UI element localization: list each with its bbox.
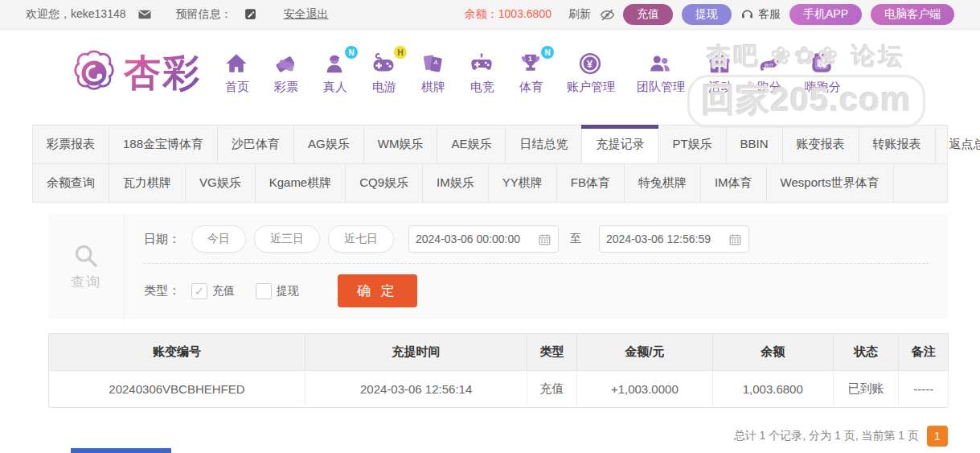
nav-item-activity[interactable]: 活动 <box>707 51 734 95</box>
svg-text:¥: ¥ <box>587 59 593 70</box>
nav-item-live[interactable]: N 真人 <box>322 51 349 95</box>
search-icon <box>72 242 100 270</box>
tab-wali-chess[interactable]: 瓦力棋牌 <box>109 164 186 202</box>
tab-lottery-report[interactable]: 彩票报表 <box>33 126 109 163</box>
date-from-input[interactable] <box>416 233 538 245</box>
welcome-text: 欢迎您，keke13148 <box>26 7 126 22</box>
nav-item-esports[interactable]: 电竞 <box>469 51 496 95</box>
haipaofen-app-icon: 嗨 <box>810 51 836 76</box>
last-7-days-button[interactable]: 近七日 <box>328 225 394 253</box>
tab-cq9[interactable]: CQ9娱乐 <box>346 164 423 202</box>
chess-cards-icon: A <box>420 51 446 76</box>
calendar-icon[interactable] <box>728 233 742 246</box>
balance-value: 1003.6800 <box>498 7 552 20</box>
tab-kgame-chess[interactable]: Kgame棋牌 <box>256 164 346 202</box>
tab-pt[interactable]: PT娱乐 <box>658 126 726 163</box>
table-header-row: 账变编号 充提时间 类型 金额/元 余额 状态 备注 <box>49 334 949 371</box>
site-logo[interactable]: 杏彩 <box>69 48 201 98</box>
query-label-block: 查询 <box>48 214 125 319</box>
col-header-status: 状态 <box>833 334 899 371</box>
tab-saba-sports[interactable]: 沙巴体育 <box>218 126 294 163</box>
tab-transfer-report[interactable]: 转账报表 <box>859 126 936 163</box>
tab-tetu-chess[interactable]: 特兔棋牌 <box>625 164 701 202</box>
nav-item-chess[interactable]: A 棋牌 <box>420 51 447 95</box>
nav-item-paofen[interactable]: 跑分 跑分 <box>756 51 783 95</box>
date-label: 日期： <box>144 232 180 247</box>
page-1-button[interactable]: 1 <box>927 426 948 447</box>
lottery-ticket-icon <box>273 51 299 76</box>
tab-account-change-report[interactable]: 账变报表 <box>783 126 859 163</box>
home-icon <box>224 51 250 76</box>
pagination-summary: 总计 1 个记录, 分为 1 页, 当前第 1 页 <box>734 429 919 443</box>
cell-time: 2024-03-06 12:56:14 <box>305 371 527 408</box>
tab-im-sports[interactable]: IM体育 <box>701 164 767 202</box>
nav-item-team[interactable]: 团队管理 <box>637 51 685 95</box>
withdraw-checkbox[interactable]: 提现 <box>256 283 299 299</box>
nav-item-account[interactable]: ¥ 账户管理 <box>567 51 615 95</box>
nav-item-lottery[interactable]: 彩票 <box>273 51 300 95</box>
new-badge: N <box>541 46 554 59</box>
main-nav: 杏彩 首页 彩票 N 真人 H 电游 <box>0 30 980 117</box>
calendar-icon[interactable] <box>538 233 552 246</box>
date-to-input[interactable] <box>606 233 728 245</box>
tab-yy-chess[interactable]: YY棋牌 <box>489 164 557 202</box>
col-header-type: 类型 <box>527 334 577 371</box>
cell-balance: 1,003.6800 <box>712 371 833 408</box>
balance-label: 余额： <box>465 7 498 20</box>
new-badge: N <box>345 46 358 59</box>
tab-recharge-withdraw-records[interactable]: 充提记录 <box>582 126 658 163</box>
esports-gamepad-icon <box>469 51 495 76</box>
tab-wm[interactable]: WM娱乐 <box>364 126 438 163</box>
table-row: 20240306VBCBHEHFED 2024-03-06 12:56:14 充… <box>49 371 949 408</box>
topbar: 欢迎您，keke13148 预留信息： 安全退出 余额：1003.6800 刷新… <box>0 0 980 30</box>
tab-vg[interactable]: VG娱乐 <box>186 164 256 202</box>
tab-balance-query[interactable]: 余额查询 <box>33 164 109 202</box>
bottom-banner-fragment <box>71 448 171 453</box>
tab-row-2: 余额查询 瓦力棋牌 VG娱乐 Kgame棋牌 CQ9娱乐 IM娱乐 YY棋牌 F… <box>33 163 947 202</box>
col-header-time: 充提时间 <box>305 334 527 371</box>
tab-fb-sports[interactable]: FB体育 <box>557 164 625 202</box>
customer-service-link[interactable]: 客服 <box>740 7 781 22</box>
envelope-icon[interactable] <box>137 7 152 22</box>
records-table: 账变编号 充提时间 类型 金额/元 余额 状态 备注 20240306VBCBH… <box>48 333 949 408</box>
nav-item-sports[interactable]: 1 N 体育 <box>518 51 545 95</box>
tab-daily-summary[interactable]: 日结总览 <box>506 126 582 163</box>
nav-item-egame[interactable]: H 电游 <box>371 51 398 95</box>
tab-ae[interactable]: AE娱乐 <box>437 126 506 163</box>
mobile-app-button[interactable]: 手机APP <box>789 4 862 24</box>
type-label: 类型： <box>144 283 180 299</box>
last-3-days-button[interactable]: 近三日 <box>254 225 320 253</box>
live-person-icon <box>322 51 348 76</box>
tab-im-entertainment[interactable]: IM娱乐 <box>423 164 489 202</box>
pc-client-button[interactable]: 电脑客户端 <box>871 4 954 24</box>
query-panel: 查询 日期： 今日 近三日 近七日 至 类型： ✓ 充值 <box>48 214 948 319</box>
logout-link[interactable]: 安全退出 <box>284 7 329 22</box>
nav-item-home[interactable]: 首页 <box>223 51 251 95</box>
query-label: 查询 <box>71 273 101 291</box>
tab-ag[interactable]: AG娱乐 <box>294 126 364 163</box>
today-button[interactable]: 今日 <box>191 225 246 253</box>
eye-slash-icon[interactable] <box>600 7 614 22</box>
tab-188-sports[interactable]: 188金宝博体育 <box>109 126 218 163</box>
checkbox-empty-icon <box>256 283 272 299</box>
withdraw-button[interactable]: 提现 <box>682 4 732 24</box>
recharge-button[interactable]: 充值 <box>623 4 673 24</box>
refresh-link[interactable]: 刷新 <box>568 7 591 22</box>
cell-change-id: 20240306VBCBHEHFED <box>49 371 305 408</box>
sports-trophy-icon: 1 <box>519 51 544 76</box>
activity-gift-icon <box>707 51 733 76</box>
date-to-box <box>599 225 749 253</box>
date-filter-row: 日期： 今日 近三日 近七日 至 <box>144 225 929 253</box>
tab-rebate-total[interactable]: 返点总额 <box>936 126 980 163</box>
svg-text:嗨: 嗨 <box>817 58 826 68</box>
tab-bbin[interactable]: BBIN <box>727 126 783 163</box>
recharge-checkbox[interactable]: ✓ 充值 <box>191 283 235 299</box>
col-header-remark: 备注 <box>899 334 949 371</box>
nav-item-haipaofen[interactable]: 嗨 嗨跑分 <box>805 51 841 95</box>
edit-icon[interactable] <box>244 7 258 22</box>
customer-service-label: 客服 <box>758 7 781 22</box>
reserved-info-label: 预留信息： <box>176 7 232 22</box>
checkbox-checked-icon: ✓ <box>191 283 207 299</box>
tab-wesports[interactable]: Wesports世界体育 <box>767 164 894 202</box>
confirm-button[interactable]: 确 定 <box>338 274 417 307</box>
